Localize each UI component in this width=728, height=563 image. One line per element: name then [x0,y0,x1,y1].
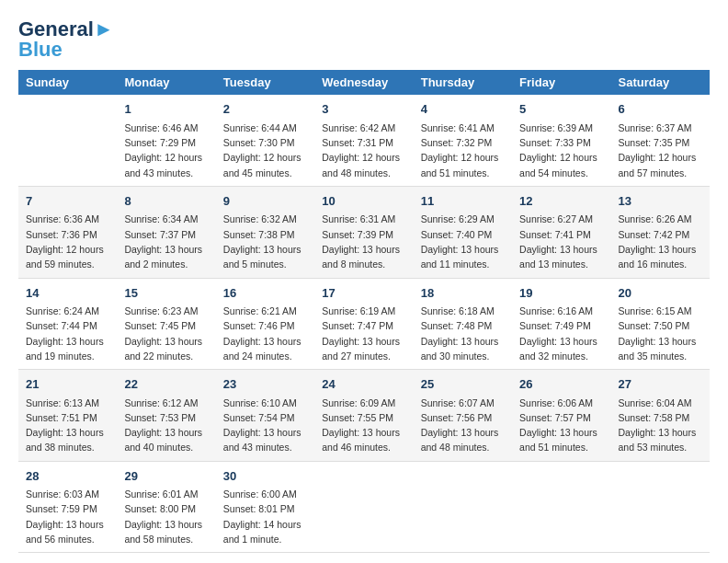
calendar-cell: 28Sunrise: 6:03 AMSunset: 7:59 PMDayligh… [18,461,117,553]
day-number: 10 [322,192,405,211]
calendar-cell: 12Sunrise: 6:27 AMSunset: 7:41 PMDayligh… [512,186,610,278]
calendar-table: SundayMondayTuesdayWednesdayThursdayFrid… [18,70,710,553]
day-number: 16 [223,284,307,303]
day-info: Sunrise: 6:44 AMSunset: 7:30 PMDaylight:… [223,121,307,180]
day-info: Sunrise: 6:04 AMSunset: 7:58 PMDaylight:… [619,396,702,455]
day-number: 14 [26,284,109,303]
day-number: 2 [223,100,307,119]
calendar-cell: 16Sunrise: 6:21 AMSunset: 7:46 PMDayligh… [216,278,314,370]
day-info: Sunrise: 6:07 AMSunset: 7:56 PMDaylight:… [421,396,505,455]
calendar-cell: 4Sunrise: 6:41 AMSunset: 7:32 PMDaylight… [414,95,512,186]
calendar-cell [414,461,512,553]
day-info: Sunrise: 6:10 AMSunset: 7:54 PMDaylight:… [223,396,307,455]
calendar-cell: 11Sunrise: 6:29 AMSunset: 7:40 PMDayligh… [414,186,512,278]
day-info: Sunrise: 6:21 AMSunset: 7:46 PMDaylight:… [223,304,307,363]
day-info: Sunrise: 6:37 AMSunset: 7:35 PMDaylight:… [619,121,702,180]
day-number: 13 [619,192,702,211]
day-number: 6 [619,100,702,119]
day-info: Sunrise: 6:01 AMSunset: 8:00 PMDaylight:… [124,487,208,546]
day-number: 23 [223,375,307,394]
header-day-thursday: Thursday [414,70,512,95]
day-number: 15 [124,284,208,303]
day-info: Sunrise: 6:03 AMSunset: 7:59 PMDaylight:… [26,487,109,546]
header-day-tuesday: Tuesday [216,70,314,95]
calendar-cell: 21Sunrise: 6:13 AMSunset: 7:51 PMDayligh… [18,370,117,462]
day-number: 8 [124,192,208,211]
calendar-cell: 27Sunrise: 6:04 AMSunset: 7:58 PMDayligh… [611,370,710,462]
day-info: Sunrise: 6:23 AMSunset: 7:45 PMDaylight:… [124,304,208,363]
day-info: Sunrise: 6:00 AMSunset: 8:01 PMDaylight:… [223,487,307,546]
day-info: Sunrise: 6:18 AMSunset: 7:48 PMDaylight:… [421,304,505,363]
day-info: Sunrise: 6:13 AMSunset: 7:51 PMDaylight:… [26,396,109,455]
week-row-2: 7Sunrise: 6:36 AMSunset: 7:36 PMDaylight… [18,186,710,278]
day-info: Sunrise: 6:06 AMSunset: 7:57 PMDaylight:… [519,396,603,455]
day-number: 26 [519,375,603,394]
calendar-cell: 10Sunrise: 6:31 AMSunset: 7:39 PMDayligh… [314,186,413,278]
day-info: Sunrise: 6:32 AMSunset: 7:38 PMDaylight:… [223,212,307,271]
day-number: 9 [223,192,307,211]
logo-subtext: Blue [18,39,63,61]
day-number: 1 [124,100,208,119]
day-number: 18 [421,284,505,303]
day-number: 11 [421,192,505,211]
calendar-cell: 23Sunrise: 6:10 AMSunset: 7:54 PMDayligh… [216,370,314,462]
logo: General► Blue [18,18,114,61]
header-day-friday: Friday [512,70,610,95]
calendar-cell: 7Sunrise: 6:36 AMSunset: 7:36 PMDaylight… [18,186,117,278]
day-info: Sunrise: 6:46 AMSunset: 7:29 PMDaylight:… [124,121,208,180]
day-number: 24 [322,375,405,394]
day-number: 4 [421,100,505,119]
week-row-3: 14Sunrise: 6:24 AMSunset: 7:44 PMDayligh… [18,278,710,370]
day-number: 25 [421,375,505,394]
calendar-cell: 8Sunrise: 6:34 AMSunset: 7:37 PMDaylight… [117,186,215,278]
week-row-4: 21Sunrise: 6:13 AMSunset: 7:51 PMDayligh… [18,370,710,462]
header-row: SundayMondayTuesdayWednesdayThursdayFrid… [18,70,710,95]
day-number: 19 [519,284,603,303]
calendar-cell: 30Sunrise: 6:00 AMSunset: 8:01 PMDayligh… [216,461,314,553]
header-day-monday: Monday [117,70,215,95]
calendar-cell: 22Sunrise: 6:12 AMSunset: 7:53 PMDayligh… [117,370,215,462]
calendar-cell: 20Sunrise: 6:15 AMSunset: 7:50 PMDayligh… [611,278,710,370]
calendar-cell [314,461,413,553]
header-day-sunday: Sunday [18,70,117,95]
calendar-cell: 1Sunrise: 6:46 AMSunset: 7:29 PMDaylight… [117,95,215,186]
calendar-cell: 14Sunrise: 6:24 AMSunset: 7:44 PMDayligh… [18,278,117,370]
calendar-cell: 6Sunrise: 6:37 AMSunset: 7:35 PMDaylight… [611,95,710,186]
day-number: 20 [619,284,702,303]
day-info: Sunrise: 6:36 AMSunset: 7:36 PMDaylight:… [26,212,109,271]
day-info: Sunrise: 6:42 AMSunset: 7:31 PMDaylight:… [322,121,405,180]
day-number: 5 [519,100,603,119]
page-header: General► Blue [18,18,710,61]
calendar-cell: 17Sunrise: 6:19 AMSunset: 7:47 PMDayligh… [314,278,413,370]
calendar-cell: 24Sunrise: 6:09 AMSunset: 7:55 PMDayligh… [314,370,413,462]
day-info: Sunrise: 6:41 AMSunset: 7:32 PMDaylight:… [421,121,505,180]
day-info: Sunrise: 6:26 AMSunset: 7:42 PMDaylight:… [619,212,702,271]
calendar-cell: 5Sunrise: 6:39 AMSunset: 7:33 PMDaylight… [512,95,610,186]
calendar-cell [512,461,610,553]
day-number: 21 [26,375,109,394]
day-info: Sunrise: 6:27 AMSunset: 7:41 PMDaylight:… [519,212,603,271]
header-day-wednesday: Wednesday [314,70,413,95]
day-info: Sunrise: 6:29 AMSunset: 7:40 PMDaylight:… [421,212,505,271]
calendar-cell: 9Sunrise: 6:32 AMSunset: 7:38 PMDaylight… [216,186,314,278]
day-info: Sunrise: 6:24 AMSunset: 7:44 PMDaylight:… [26,304,109,363]
calendar-cell: 19Sunrise: 6:16 AMSunset: 7:49 PMDayligh… [512,278,610,370]
day-info: Sunrise: 6:39 AMSunset: 7:33 PMDaylight:… [519,121,603,180]
day-info: Sunrise: 6:31 AMSunset: 7:39 PMDaylight:… [322,212,405,271]
day-info: Sunrise: 6:19 AMSunset: 7:47 PMDaylight:… [322,304,405,363]
day-info: Sunrise: 6:16 AMSunset: 7:49 PMDaylight:… [519,304,603,363]
calendar-cell: 3Sunrise: 6:42 AMSunset: 7:31 PMDaylight… [314,95,413,186]
calendar-cell: 25Sunrise: 6:07 AMSunset: 7:56 PMDayligh… [414,370,512,462]
day-number: 3 [322,100,405,119]
calendar-cell: 18Sunrise: 6:18 AMSunset: 7:48 PMDayligh… [414,278,512,370]
day-number: 17 [322,284,405,303]
day-info: Sunrise: 6:15 AMSunset: 7:50 PMDaylight:… [619,304,702,363]
day-info: Sunrise: 6:34 AMSunset: 7:37 PMDaylight:… [124,212,208,271]
day-info: Sunrise: 6:12 AMSunset: 7:53 PMDaylight:… [124,396,208,455]
calendar-cell: 29Sunrise: 6:01 AMSunset: 8:00 PMDayligh… [117,461,215,553]
day-number: 27 [619,375,702,394]
calendar-cell [18,95,117,186]
day-number: 7 [26,192,109,211]
day-number: 12 [519,192,603,211]
day-info: Sunrise: 6:09 AMSunset: 7:55 PMDaylight:… [322,396,405,455]
